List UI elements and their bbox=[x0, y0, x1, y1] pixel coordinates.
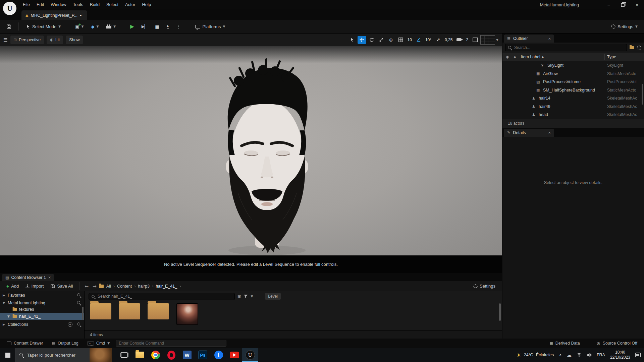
search-icon[interactable] bbox=[77, 293, 81, 297]
grid-scrollbar[interactable] bbox=[499, 303, 501, 321]
view-mode-dropdown[interactable]: ◐Lit bbox=[47, 36, 63, 44]
network-wifi-icon[interactable] bbox=[577, 353, 582, 357]
content-browser-tab[interactable]: ▤ Content Browser 1 × bbox=[2, 274, 54, 281]
start-button[interactable] bbox=[0, 348, 15, 362]
blueprints-dropdown[interactable]: ◆▼ bbox=[88, 21, 102, 32]
save-all-button[interactable]: Save All bbox=[47, 281, 76, 291]
taskbar-app-youtube[interactable] bbox=[226, 348, 242, 362]
minimize-button[interactable]: – bbox=[602, 0, 616, 9]
menu-select[interactable]: Select bbox=[103, 0, 122, 9]
console-command-input[interactable] bbox=[116, 340, 226, 347]
scale-snap-value[interactable]: 0,25 bbox=[443, 38, 454, 42]
column-item-label[interactable]: Item Label bbox=[521, 55, 540, 59]
content-browser-settings[interactable]: Settings bbox=[470, 281, 498, 291]
onedrive-cloud-icon[interactable]: ☁ bbox=[567, 352, 572, 358]
select-mode-dropdown[interactable]: Select Mode▼ bbox=[23, 21, 64, 32]
visibility-eye-icon[interactable]: ◉ bbox=[506, 55, 509, 59]
eject-button[interactable]: ▲ bbox=[164, 21, 172, 32]
editor-settings-dropdown[interactable]: Settings▼ bbox=[608, 21, 641, 32]
search-highlight-photo[interactable] bbox=[90, 348, 112, 362]
content-item-folder[interactable] bbox=[148, 303, 169, 319]
tray-expand-icon[interactable]: ∧ bbox=[559, 353, 562, 357]
taskbar-app-task-view[interactable] bbox=[116, 348, 132, 362]
outliner-scrollbar[interactable] bbox=[642, 84, 643, 105]
pin-icon[interactable]: ◆ bbox=[514, 55, 516, 59]
level-viewport[interactable]: ☰ ◫Perspective ◐Lit Show ⊕ 10 bbox=[0, 34, 502, 255]
content-drawer-button[interactable]: Content Drawer bbox=[4, 341, 46, 346]
menu-help[interactable]: Help bbox=[139, 0, 154, 9]
asset-tab[interactable]: ▲ MHC_LightingPreset_P... • bbox=[21, 10, 87, 20]
breadcrumb-All[interactable]: All bbox=[106, 284, 111, 289]
search-icon[interactable] bbox=[77, 301, 81, 305]
scale-snap-toggle[interactable]: ↔ bbox=[434, 36, 442, 44]
taskbar-app-word[interactable] bbox=[179, 348, 195, 362]
grid-snap-toggle[interactable] bbox=[396, 36, 405, 44]
rotation-snap-value[interactable]: 10° bbox=[424, 38, 433, 42]
menu-file[interactable]: File bbox=[19, 0, 33, 9]
action-center-icon[interactable] bbox=[635, 353, 641, 357]
outliner-search-input[interactable] bbox=[505, 44, 627, 51]
close-icon[interactable]: × bbox=[548, 130, 551, 135]
details-tab[interactable]: ✎ Details × bbox=[504, 129, 554, 137]
filter-funnel-icon[interactable] bbox=[244, 294, 248, 298]
taskbar-app-chrome[interactable] bbox=[148, 348, 163, 362]
outliner-row-PostProcessVolume[interactable]: ▧ PostProcessVolume PostProcessVol bbox=[502, 78, 644, 86]
content-item-folder[interactable] bbox=[90, 303, 111, 319]
outliner-row-hair14[interactable]: ♟ hair14 SkeletalMeshAc bbox=[502, 94, 644, 103]
camera-speed-value[interactable]: 2 bbox=[465, 38, 470, 42]
close-icon[interactable]: × bbox=[48, 275, 51, 280]
rotation-snap-toggle[interactable]: ∠ bbox=[414, 36, 423, 44]
source-control-button[interactable]: ⊘ Source Control Off bbox=[594, 341, 640, 346]
viewport-options-icon[interactable]: ☰ bbox=[3, 37, 8, 43]
rotate-tool-button[interactable] bbox=[367, 36, 376, 44]
menu-tools[interactable]: Tools bbox=[70, 0, 87, 9]
outliner-row-SkyLight[interactable]: ☀ SkyLight SkyLight bbox=[502, 61, 644, 70]
sidebar-scrollbar[interactable] bbox=[82, 307, 84, 320]
search-icon[interactable] bbox=[77, 322, 81, 326]
taskbar-search-box[interactable] bbox=[15, 348, 112, 362]
show-dropdown[interactable]: Show bbox=[66, 36, 83, 44]
select-tool-button[interactable] bbox=[348, 36, 357, 44]
new-folder-icon[interactable] bbox=[630, 46, 634, 49]
volume-icon[interactable] bbox=[587, 353, 592, 357]
back-arrow-icon[interactable]: ← bbox=[83, 284, 90, 289]
outliner-tab[interactable]: ☰ Outliner × bbox=[504, 35, 554, 43]
menu-edit[interactable]: Edit bbox=[33, 0, 47, 9]
output-log-button[interactable]: ▤ Output Log bbox=[49, 341, 81, 346]
level-filter-chip[interactable]: Level bbox=[265, 293, 281, 300]
taskbar-app-opera[interactable] bbox=[163, 348, 179, 362]
chevron-down-icon[interactable]: ▼ bbox=[251, 295, 253, 298]
save-button[interactable] bbox=[3, 21, 14, 32]
world-space-button[interactable]: ⊕ bbox=[387, 36, 395, 44]
language-indicator[interactable]: FRA bbox=[597, 353, 605, 357]
breadcrumb-Content[interactable]: Content bbox=[117, 284, 132, 289]
folder-tree-item-textures[interactable]: textures bbox=[0, 306, 84, 313]
breadcrumb-hair_E_41_[interactable]: hair_E_41_ bbox=[156, 284, 177, 289]
folder-tree-item-hair_E_41_[interactable]: ▼ hair_E_41_ bbox=[0, 313, 84, 320]
taskbar-app-photoshop[interactable] bbox=[195, 348, 211, 362]
content-item-folder[interactable] bbox=[119, 303, 140, 319]
import-button[interactable]: ↓Import bbox=[22, 281, 47, 291]
asset-search-input[interactable] bbox=[89, 293, 234, 300]
save-search-icon[interactable]: ▣ bbox=[237, 294, 241, 299]
add-actor-dropdown[interactable]: ▣▼ bbox=[72, 21, 87, 32]
taskbar-app-facebook[interactable] bbox=[211, 348, 226, 362]
weather-widget[interactable]: ☀ 24°C Éclaircies bbox=[516, 352, 554, 358]
close-icon[interactable]: × bbox=[548, 36, 551, 41]
perspective-dropdown[interactable]: ◫Perspective bbox=[10, 36, 44, 44]
menu-actor[interactable]: Actor bbox=[122, 0, 139, 9]
outliner-row-head[interactable]: ♟ head SkeletalMeshAc bbox=[502, 111, 644, 119]
taskbar-app-file-explorer[interactable] bbox=[132, 348, 148, 362]
cinematics-dropdown[interactable]: ▼ bbox=[103, 21, 119, 32]
viewport-preview-thumbnail[interactable] bbox=[480, 35, 495, 45]
menu-window[interactable]: Window bbox=[47, 0, 69, 9]
derived-data-button[interactable]: ▦ Derived Data bbox=[547, 341, 582, 346]
content-item-asset[interactable] bbox=[176, 303, 198, 325]
stop-button[interactable]: ■ bbox=[152, 21, 162, 32]
scale-tool-button[interactable] bbox=[377, 36, 386, 44]
outliner-row-AirGlow[interactable]: ▦ AirGlow StaticMeshActo bbox=[502, 70, 644, 78]
outliner-row-SM_HalfSphereBackground[interactable]: ▦ SM_HalfSphereBackground StaticMeshActo bbox=[502, 86, 644, 95]
play-options-button[interactable]: ⋮ bbox=[173, 21, 184, 32]
breadcrumb-hairp3[interactable]: hairp3 bbox=[138, 284, 150, 289]
taskbar-clock[interactable]: 10:40 22/10/2023 bbox=[610, 350, 630, 360]
